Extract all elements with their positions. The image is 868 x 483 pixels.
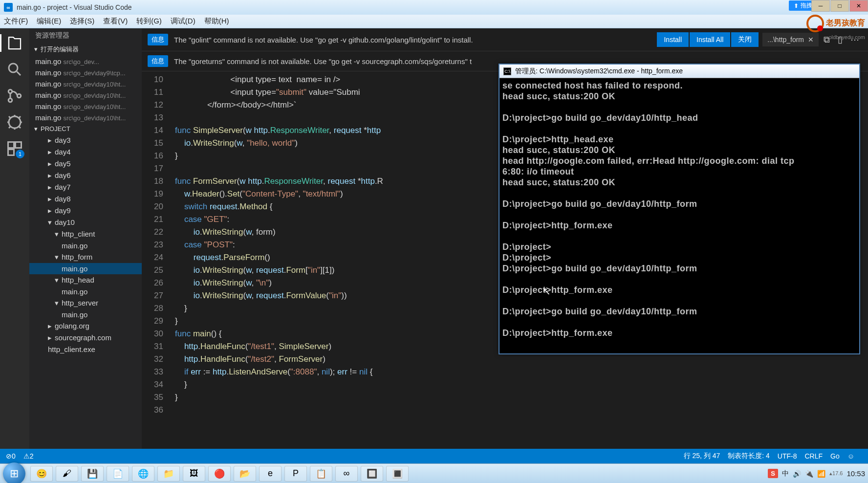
svg-rect-7 — [8, 150, 14, 155]
sidebar: 资源管理器 打开的编辑器 main.gosrc\go_dev...main.go… — [29, 28, 142, 449]
taskbar-app[interactable]: 😊 — [30, 466, 53, 482]
taskbar-app[interactable]: 💾 — [81, 466, 104, 482]
extensions-icon[interactable]: 1 — [6, 140, 23, 157]
notification-row: 信息 The "golint" command is not available… — [142, 28, 868, 51]
menu-debug[interactable]: 调试(D) — [171, 17, 195, 26]
taskbar-app[interactable]: 🔴 — [208, 466, 231, 482]
tree-folder[interactable]: day3 — [29, 134, 142, 146]
close-button[interactable]: ✕ — [849, 0, 868, 12]
tray-clock[interactable]: 10:53 — [846, 469, 865, 478]
line-gutter: 1011121314151617181920212223242526272829… — [142, 71, 170, 449]
cmd-output: se connected host has failed to respond.… — [499, 78, 859, 340]
activity-bar: 1 — [0, 28, 29, 449]
tree-folder[interactable]: http_server — [29, 297, 142, 309]
menu-selection[interactable]: 选择(S) — [70, 17, 94, 26]
taskbar-app[interactable]: 🖼 — [183, 466, 205, 482]
cmd-title-bar[interactable]: C:\ 管理员: C:\Windows\system32\cmd.exe - h… — [499, 65, 859, 78]
taskbar-app[interactable]: 📄 — [107, 466, 129, 482]
status-feedback[interactable]: ☺ — [847, 452, 854, 460]
tray-item[interactable]: 📶 — [817, 470, 825, 478]
open-editor-item[interactable]: main.gosrc\go_dev\day10\ht... — [29, 78, 142, 89]
taskbar-app[interactable]: 📋 — [310, 466, 332, 482]
tree-folder[interactable]: day9 — [29, 205, 142, 217]
tree-file[interactable]: main.go — [29, 263, 142, 274]
status-eol[interactable]: CRLF — [804, 452, 823, 460]
install-button[interactable]: Install — [657, 32, 689, 47]
notification-actions: Install Install All 关闭 — [657, 32, 759, 47]
status-indent[interactable]: 制表符长度: 4 — [728, 452, 770, 461]
open-editor-item[interactable]: main.gosrc\go_dev\day10\ht... — [29, 112, 142, 123]
taskbar-app[interactable]: 📁 — [157, 466, 180, 482]
cmd-title-text: 管理员: C:\Windows\system32\cmd.exe - http_… — [515, 67, 683, 76]
ime-indicator[interactable]: S — [768, 469, 778, 478]
status-errors[interactable]: ⊘ 0 — [6, 452, 16, 460]
taskbar-app[interactable]: 📂 — [234, 466, 256, 482]
taskbar-app[interactable]: P — [284, 466, 307, 482]
menu-view[interactable]: 查看(V) — [103, 17, 128, 26]
taskbar-app[interactable]: 🔲 — [361, 466, 383, 482]
tree-folder[interactable]: day5 — [29, 158, 142, 170]
tree-folder[interactable]: sourcegraph.com — [29, 332, 142, 344]
scm-icon[interactable] — [6, 87, 23, 105]
svg-rect-6 — [16, 142, 22, 148]
svg-point-4 — [9, 116, 21, 128]
install-all-button[interactable]: Install All — [690, 32, 730, 47]
tree-file[interactable]: main.go — [29, 240, 142, 251]
window-controls: ─ □ ✕ — [811, 0, 868, 12]
tree-folder[interactable]: http_form — [29, 251, 142, 263]
notification-message: The "golint" command is not available. U… — [174, 36, 657, 44]
tree-folder[interactable]: day6 — [29, 170, 142, 181]
status-warnings[interactable]: ⚠ 2 — [23, 452, 34, 460]
svg-rect-5 — [8, 142, 14, 148]
status-position[interactable]: 行 25, 列 47 — [684, 452, 720, 461]
tree-folder[interactable]: day8 — [29, 193, 142, 205]
tray-item[interactable]: 🔊 — [793, 470, 801, 478]
vscode-icon: ∞ — [4, 3, 13, 12]
tree-file[interactable]: http_client.exe — [29, 344, 142, 355]
tree-file[interactable]: main.go — [29, 286, 142, 297]
debug-icon[interactable] — [6, 113, 23, 131]
mouse-cursor: ↖ — [542, 285, 551, 297]
project-header[interactable]: PROJECT — [29, 123, 142, 134]
menu-go[interactable]: 转到(G) — [136, 17, 162, 26]
explorer-icon[interactable] — [6, 34, 23, 52]
tree-folder[interactable]: day10 — [29, 217, 142, 228]
menu-file[interactable]: 文件(F) — [4, 17, 28, 26]
svg-point-3 — [17, 94, 21, 98]
tree-folder[interactable]: day4 — [29, 146, 142, 158]
open-editor-item[interactable]: main.gosrc\go_dev\day9\tcp... — [29, 67, 142, 78]
tree-folder[interactable]: http_client — [29, 228, 142, 240]
taskbar-app[interactable]: 🖌 — [56, 466, 78, 482]
menu-edit[interactable]: 编辑(E) — [37, 17, 61, 26]
svg-point-0 — [9, 64, 18, 72]
tray-item[interactable]: 中 — [782, 469, 789, 478]
window-title: main.go - project - Visual Studio Code — [17, 3, 132, 11]
taskbar-app[interactable]: 🔳 — [386, 466, 409, 482]
tree-folder[interactable]: http_head — [29, 274, 142, 286]
start-button[interactable]: ⊞ — [3, 462, 25, 483]
taskbar: ⊞ 😊🖌💾📄🌐📁🖼🔴📂eP📋∞🔲🔳 S 中 🔊 🔌 📶 ▴17.6 10:53 — [0, 463, 868, 483]
close-notif-button[interactable]: 关闭 — [731, 32, 759, 47]
tray-item[interactable]: 🔌 — [805, 470, 813, 478]
svg-point-2 — [8, 98, 12, 102]
open-editor-item[interactable]: main.gosrc\go_dev\day10\ht... — [29, 101, 142, 112]
tree-folder[interactable]: golang.org — [29, 320, 142, 332]
menu-help[interactable]: 帮助(H) — [204, 17, 229, 26]
minimize-button[interactable]: ─ — [811, 0, 830, 12]
extensions-badge: 1 — [16, 150, 24, 158]
tree-folder[interactable]: day7 — [29, 181, 142, 193]
open-editors-header[interactable]: 打开的编辑器 — [29, 43, 142, 56]
tray-temp: ▴17.6 — [829, 470, 843, 477]
taskbar-app[interactable]: 🌐 — [132, 466, 154, 482]
cmd-window[interactable]: C:\ 管理员: C:\Windows\system32\cmd.exe - h… — [499, 64, 860, 354]
svg-point-1 — [8, 89, 12, 93]
open-editor-item[interactable]: main.gosrc\go_dev... — [29, 56, 142, 67]
status-encoding[interactable]: UTF-8 — [778, 452, 797, 460]
maximize-button[interactable]: □ — [830, 0, 849, 12]
taskbar-app[interactable]: ∞ — [335, 466, 358, 482]
taskbar-app[interactable]: e — [259, 466, 282, 482]
status-language[interactable]: Go — [830, 452, 840, 460]
tree-file[interactable]: main.go — [29, 309, 142, 320]
search-icon[interactable] — [6, 61, 23, 78]
open-editor-item[interactable]: main.gosrc\go_dev\day10\ht... — [29, 89, 142, 101]
